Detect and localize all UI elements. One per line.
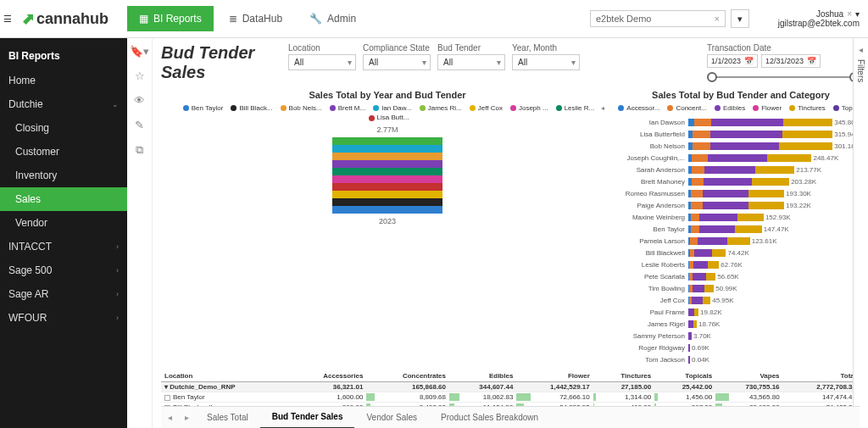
- sidebar-item-inventory[interactable]: Inventory: [0, 164, 127, 187]
- chart-year-tender: Sales Total by Year and Bud Tender Ben T…: [161, 90, 614, 365]
- org-dropdown[interactable]: ▾: [731, 9, 749, 28]
- hbar-row[interactable]: Sarah Anderson213.77K: [622, 164, 860, 175]
- top-tab-datahub[interactable]: ≣DataHub: [217, 6, 294, 31]
- calendar-icon: 📅: [744, 57, 754, 65]
- close-icon[interactable]: ×: [847, 9, 852, 19]
- sheet-tab-vendor-sales[interactable]: Vendor Sales: [354, 407, 429, 429]
- filter-compliance-state[interactable]: All: [363, 54, 431, 70]
- star-icon[interactable]: ☆: [135, 69, 145, 82]
- sheet-tab-bud-tender-sales[interactable]: Bud Tender Sales: [260, 407, 355, 429]
- user-email: jgilstrap@e2btek.com: [758, 19, 860, 28]
- sidebar-item-closing[interactable]: Closing: [0, 116, 127, 140]
- eye-icon[interactable]: 👁: [134, 94, 145, 107]
- tab-next[interactable]: ▸: [178, 413, 195, 422]
- sidebar-item-intacct[interactable]: INTACCT›: [0, 235, 127, 258]
- sheet-tab-sales-total[interactable]: Sales Total: [195, 407, 260, 429]
- hbar-row[interactable]: Sammy Peterson3.70K: [622, 330, 860, 342]
- hbar-row[interactable]: Romeo Rasmussen193.30K: [622, 187, 860, 199]
- hbar-row[interactable]: Bill Blackwell74.42K: [622, 247, 860, 258]
- sidebar-header: BI Reports: [0, 43, 127, 69]
- sidebar-item-dutchie[interactable]: Dutchie⌄: [0, 92, 127, 116]
- sidebar-item-vendor[interactable]: Vendor: [0, 211, 127, 235]
- hbar-row[interactable]: Tom Jackson0.04K: [622, 353, 860, 365]
- slider-knob-left[interactable]: [707, 72, 717, 82]
- brand-logo: ⬈cannahub: [15, 9, 125, 28]
- hbar-row[interactable]: Ben Taylor147.47K: [622, 223, 860, 235]
- hbar-row[interactable]: Leslie Roberts62.76K: [622, 258, 860, 270]
- menu-icon[interactable]: ☰: [0, 14, 15, 25]
- sidebar-item-wfour[interactable]: WFOUR›: [0, 306, 127, 330]
- hbar-row[interactable]: Jeff Cox45.95K: [622, 294, 860, 306]
- tab-prev[interactable]: ◂: [161, 413, 178, 422]
- hbar-row[interactable]: James Rigel18.76K: [622, 318, 860, 330]
- sidebar-item-sage ar[interactable]: Sage AR›: [0, 282, 127, 306]
- org-search[interactable]: e2btek Demo×: [590, 10, 726, 27]
- page-title: Bud Tender Sales: [161, 43, 288, 82]
- hbar-row[interactable]: Brett Mahoney203.28K: [622, 175, 860, 187]
- date-from[interactable]: 1/1/2023📅: [707, 54, 758, 68]
- filter-bud-tender[interactable]: All: [437, 54, 505, 70]
- tool-column: 🔖▾ ☆ 👁 ✎ ⧉: [127, 38, 153, 428]
- hbar-row[interactable]: Maxine Weinberg152.93K: [622, 211, 860, 223]
- user-menu[interactable]: Joshua×▾ jgilstrap@e2btek.com: [758, 9, 868, 28]
- calendar-icon: 📅: [807, 57, 816, 65]
- sheet-tabs: ◂ ▸ Sales TotalBud Tender SalesVendor Sa…: [161, 406, 860, 428]
- top-tab-bi-reports[interactable]: ▦BI Reports: [127, 6, 214, 31]
- hbar-row[interactable]: Lisa Butterfield315.94K: [622, 128, 860, 140]
- hbar-row[interactable]: Ian Dawson345.80K: [622, 116, 860, 128]
- sidebar-item-home[interactable]: Home: [0, 69, 127, 92]
- clear-icon[interactable]: ×: [715, 14, 720, 24]
- sidebar: BI Reports HomeDutchie⌄ClosingCustomerIn…: [0, 38, 127, 428]
- hbar-row[interactable]: Bob Nelson301.16K: [622, 140, 860, 152]
- chart-tender-category: Sales Total by Bud Tender and Category ◂…: [622, 90, 860, 365]
- hbar-row[interactable]: Pete Scarlata56.65K: [622, 270, 860, 282]
- hbar-row[interactable]: Roger Ridgway0.69K: [622, 342, 860, 353]
- date-slider[interactable]: [707, 71, 860, 83]
- sheet-tab-product-sales-breakdown[interactable]: Product Sales Breakdown: [429, 407, 550, 429]
- sidebar-item-customer[interactable]: Customer: [0, 140, 127, 164]
- copy-icon[interactable]: ⧉: [136, 143, 143, 157]
- hbar-row[interactable]: Pamela Larson123.61K: [622, 235, 860, 247]
- hbar-row[interactable]: Tim Bowling50.99K: [622, 282, 860, 294]
- edit-icon[interactable]: ✎: [135, 119, 144, 131]
- hbar-row[interactable]: Paul Frame19.82K: [622, 306, 860, 318]
- hbar-row[interactable]: Joseph Coughlin,...248.47K: [622, 152, 860, 164]
- legend-prev[interactable]: ◂: [601, 103, 604, 113]
- filters-panel-toggle[interactable]: ◂ Filters: [853, 38, 868, 428]
- date-filter: Transaction Date 1/1/2023📅 12/31/2023📅: [707, 43, 860, 83]
- chevron-left-icon[interactable]: ◂: [859, 45, 863, 54]
- filter-location[interactable]: All: [288, 54, 356, 70]
- filter-year-month[interactable]: All: [512, 54, 580, 70]
- sidebar-item-sales[interactable]: Sales: [0, 187, 127, 211]
- top-tab-admin[interactable]: 🔧Admin: [298, 6, 368, 31]
- hbar-row[interactable]: Paige Anderson193.22K: [622, 199, 860, 211]
- date-to[interactable]: 12/31/2023📅: [761, 54, 821, 68]
- bookmark-icon[interactable]: 🔖▾: [130, 45, 149, 58]
- sidebar-item-sage 500[interactable]: Sage 500›: [0, 258, 127, 282]
